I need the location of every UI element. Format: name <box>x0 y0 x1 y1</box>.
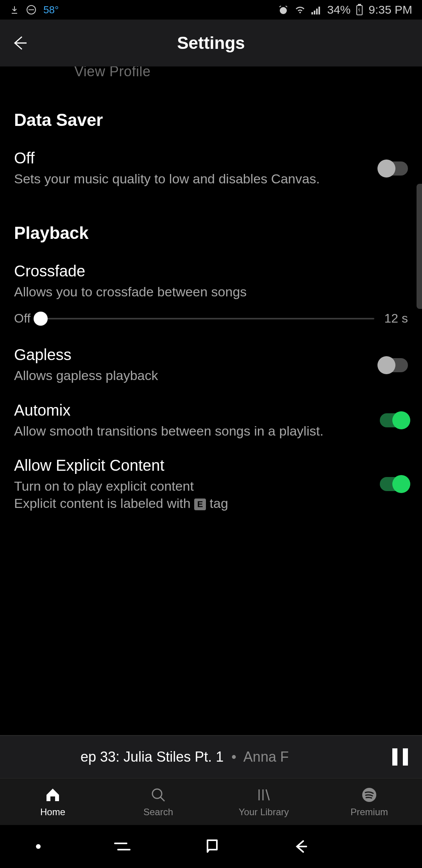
explicit-desc: Turn on to play explicit content Explici… <box>14 477 364 512</box>
data-saver-row[interactable]: Off Sets your music quality to low and d… <box>0 141 422 196</box>
section-playback: Playback <box>14 223 408 243</box>
nav-search[interactable]: Search <box>106 778 211 825</box>
explicit-badge-icon: E <box>194 499 206 510</box>
explicit-toggle[interactable] <box>380 477 408 491</box>
page-title: Settings <box>0 33 422 53</box>
svg-point-15 <box>36 844 41 849</box>
back-button[interactable] <box>11 34 28 52</box>
now-playing-separator: • <box>231 749 236 765</box>
now-playing-artist: Anna F <box>243 749 289 765</box>
crossfade-desc: Allows you to crossfade between songs <box>14 283 392 300</box>
spotify-icon <box>361 786 377 803</box>
gapless-toggle[interactable] <box>380 358 408 372</box>
sys-home[interactable] <box>204 838 221 855</box>
gapless-title: Gapless <box>14 346 364 364</box>
status-right: 34% 9:35 PM <box>278 3 412 16</box>
crossfade-slider-row: Off 12 s <box>0 304 422 337</box>
do-not-disturb-icon <box>26 5 36 15</box>
sys-dot <box>36 844 41 849</box>
alarm-icon <box>278 4 289 15</box>
battery-percent: 34% <box>327 3 350 16</box>
crossfade-off-label: Off <box>14 311 30 326</box>
svg-point-2 <box>280 7 287 14</box>
nav-library[interactable]: Your Library <box>211 778 316 825</box>
data-saver-toggle[interactable] <box>380 161 408 176</box>
automix-toggle[interactable] <box>380 413 408 427</box>
crossfade-max-label: 12 s <box>384 311 408 326</box>
library-icon <box>256 786 272 803</box>
svg-line-10 <box>161 797 165 801</box>
automix-row[interactable]: Automix Allow smooth transitions between… <box>0 393 422 448</box>
sys-recents[interactable] <box>113 839 132 854</box>
svg-rect-8 <box>358 4 361 5</box>
scrollbar-thumb[interactable] <box>417 184 422 309</box>
nav-home[interactable]: Home <box>0 778 106 825</box>
svg-rect-4 <box>314 11 315 14</box>
download-icon <box>10 5 19 14</box>
crossfade-slider[interactable] <box>41 318 374 319</box>
system-nav <box>0 825 422 868</box>
status-left: 58° <box>10 4 59 16</box>
svg-rect-6 <box>318 7 320 14</box>
view-profile-link[interactable]: View Profile <box>0 66 422 83</box>
wifi-icon <box>294 5 306 14</box>
battery-icon <box>356 4 363 16</box>
pause-button[interactable] <box>392 748 408 766</box>
sys-back[interactable] <box>292 838 309 855</box>
gapless-row[interactable]: Gapless Allows gapless playback <box>0 337 422 393</box>
bottom-nav: Home Search Your Library Premium <box>0 778 422 825</box>
section-data-saver: Data Saver <box>14 110 408 130</box>
automix-title: Automix <box>14 402 364 419</box>
automix-desc: Allow smooth transitions between songs i… <box>14 422 364 439</box>
crossfade-row: Crossfade Allows you to crossfade betwee… <box>0 254 422 304</box>
clock: 9:35 PM <box>368 3 412 16</box>
crossfade-slider-thumb[interactable] <box>34 312 48 326</box>
nav-premium[interactable]: Premium <box>316 778 422 825</box>
signal-icon <box>311 5 322 14</box>
gapless-desc: Allows gapless playback <box>14 367 364 384</box>
now-playing-text: ep 33: Julia Stiles Pt. 1 • Anna F <box>14 749 384 765</box>
home-icon <box>45 786 61 803</box>
search-icon <box>150 786 166 803</box>
crossfade-title: Crossfade <box>14 262 392 280</box>
settings-content[interactable]: View Profile Data Saver Off Sets your mu… <box>0 66 422 735</box>
svg-line-13 <box>266 789 269 800</box>
explicit-row[interactable]: Allow Explicit Content Turn on to play e… <box>0 448 422 512</box>
svg-rect-5 <box>316 9 318 14</box>
explicit-title: Allow Explicit Content <box>14 457 364 474</box>
temperature: 58° <box>43 4 59 16</box>
header: Settings <box>0 20 422 66</box>
data-saver-desc: Sets your music quality to low and disab… <box>14 170 364 187</box>
svg-rect-3 <box>311 12 313 14</box>
now-playing-bar[interactable]: ep 33: Julia Stiles Pt. 1 • Anna F <box>0 735 422 778</box>
status-bar: 58° 34% 9:35 PM <box>0 0 422 20</box>
now-playing-track: ep 33: Julia Stiles Pt. 1 <box>80 749 224 765</box>
svg-point-9 <box>152 789 162 798</box>
data-saver-title: Off <box>14 149 364 167</box>
